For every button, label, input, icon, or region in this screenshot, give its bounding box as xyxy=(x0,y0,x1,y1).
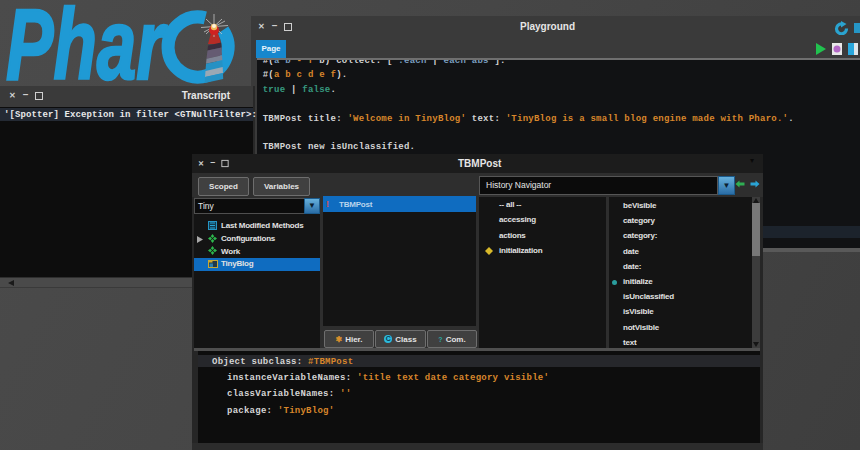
svg-text:Phar: Phar xyxy=(6,0,168,100)
